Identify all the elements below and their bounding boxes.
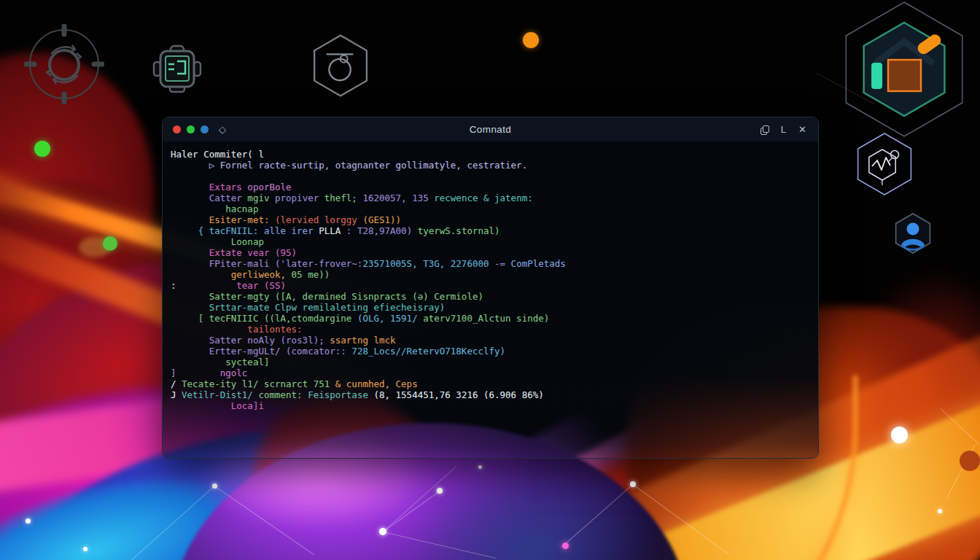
pulse-hexagon-icon[interactable] — [848, 129, 921, 202]
constellation-line — [214, 486, 314, 555]
terminal-line: ▷ Fornel racte-surtip, otagnanter gollim… — [171, 160, 811, 171]
terminal-line: hacnap — [171, 203, 811, 214]
terminal-line: Satter noAly (ros3l); ssartng lmck — [171, 335, 811, 346]
particle-dot — [437, 488, 443, 494]
pink-dot — [562, 542, 569, 549]
particle-dot — [212, 483, 217, 489]
terminal-line: Satter-mgty ([A, dermined Sisnpracts (ǝ)… — [171, 291, 811, 302]
terminal-line: J Vetilr-Dist1/ comment: Feisportase (8,… — [171, 389, 811, 400]
terminal-line: [ tecFNIIIC ((lA,ctomdargine (OLG, 1591/… — [171, 313, 811, 324]
titlebar-controls: L ✕ — [761, 124, 818, 135]
window-title: Comnatd — [163, 124, 818, 135]
bg-shape — [853, 270, 980, 474]
particle-dot — [478, 465, 482, 469]
terminal-line: : tear (SS) — [171, 280, 811, 291]
terminal-line: Srttar-mate Clpw remilaleting efiecheisr… — [171, 302, 811, 313]
user-hexagon-icon[interactable] — [890, 210, 936, 257]
particle-dot — [26, 518, 31, 524]
orange-dot — [523, 32, 539, 48]
terminal-line: Extate vear (95) — [171, 247, 811, 258]
white-dot — [891, 427, 908, 443]
build-hexagon-icon[interactable] — [831, 0, 977, 142]
terminal-line: Esiter-met: (lervied lorggy (GES1)) — [171, 214, 811, 225]
terminal-output[interactable]: Haler Commiter( l ▷ Fornel racte-surtip,… — [163, 142, 818, 411]
particle-dot — [83, 547, 88, 551]
terminal-window[interactable]: ◇ Comnatd L ✕ Haler Commiter( l ▷ Fornel… — [162, 117, 819, 459]
terminal-line: Ertter-mgULt/ (comcator:: 728_Locs//Rete… — [171, 346, 811, 357]
green-dot — [103, 236, 117, 251]
copy-icon[interactable] — [761, 125, 769, 134]
particle-dot — [630, 481, 636, 487]
rust-dot — [960, 451, 980, 471]
desktop: ◇ Comnatd L ✕ Haler Commiter( l ▷ Fornel… — [0, 0, 980, 560]
terminal-line: { tacFNIIL: alle irer PLLA : T28,97A00) … — [171, 225, 811, 236]
constellation-line — [383, 532, 496, 559]
constellation-line — [633, 484, 729, 555]
constellation-line — [383, 491, 440, 532]
bg-shape — [0, 449, 259, 560]
terminal-line: Loca]i — [171, 400, 811, 411]
terminal-line: / Tecate-ity l1/ scrnarct 751 & cunmhed,… — [171, 378, 811, 389]
particle-dot — [379, 528, 386, 535]
terminal-line: gerliweok, 05 me)) — [171, 269, 811, 280]
terminal-line: Loonap — [171, 236, 811, 247]
green-dot — [34, 141, 50, 157]
close-icon[interactable]: ✕ — [798, 124, 806, 135]
constellation-line — [131, 486, 215, 560]
constellation-line — [383, 467, 456, 532]
robot-terminal-icon[interactable] — [152, 44, 203, 95]
tan-glow — [79, 237, 111, 257]
minimize-icon[interactable]: L — [781, 124, 786, 135]
terminal-line: ] ngolc — [171, 368, 811, 378]
terminal-line: Haler Commiter( l — [171, 149, 811, 160]
terminal-line: FPiter-mali ('later-frover~:23571005S, T… — [171, 258, 811, 269]
constellation-line — [941, 408, 980, 445]
terminal-titlebar[interactable]: ◇ Comnatd L ✕ — [163, 117, 818, 142]
particle-dot — [938, 509, 942, 513]
bg-shape — [408, 465, 656, 560]
terminal-line: Extars oporBole — [171, 182, 811, 192]
constellation-line — [561, 484, 633, 548]
terminal-line — [171, 171, 811, 182]
hexagon-flask-icon[interactable] — [307, 28, 374, 103]
terminal-line: tailontes: — [171, 324, 811, 335]
terminal-line: sycteal] — [171, 357, 811, 368]
terminal-line: Catter mgiv propiver thefl; 1620057, 135… — [171, 192, 811, 203]
constellation-line — [946, 445, 976, 499]
dial-icon[interactable] — [24, 24, 104, 104]
